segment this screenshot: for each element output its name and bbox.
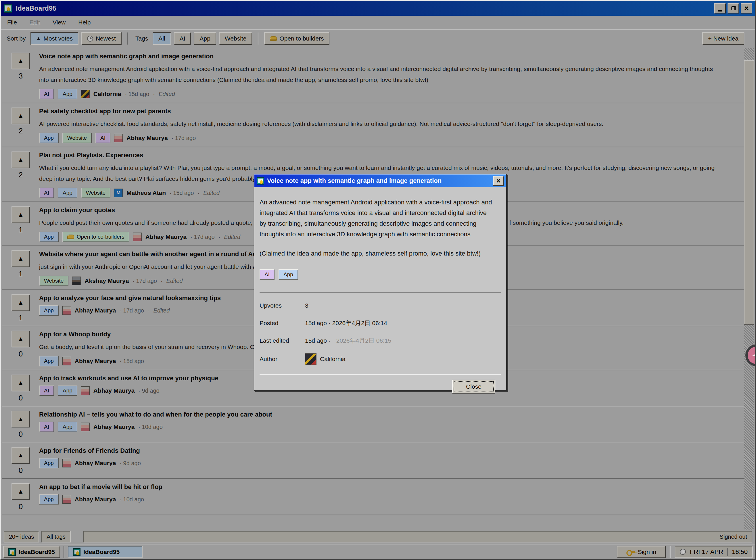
detail-value: 15d ago · 2026年4月2日 06:14	[305, 319, 387, 327]
app-lightbulb-icon	[257, 177, 264, 184]
dialog-claim-note: (Claimed the idea and made the app, sham…	[260, 250, 501, 257]
detail-label: Upvotes	[260, 302, 305, 309]
dialog-close-button[interactable]: ×	[493, 176, 504, 186]
detail-row-upvotes: Upvotes3	[260, 301, 501, 311]
tag-chip-label: AI	[264, 272, 270, 278]
detail-row-last-edited: Last edited15d ago ·2026年4月2日 06:15	[260, 336, 501, 345]
sparkle-icon	[752, 351, 756, 359]
dialog-body: An advanced note management Android appl…	[254, 197, 506, 394]
detail-row-author: AuthorCalifornia	[260, 353, 501, 365]
dialog-titlebar: Voice note app with semantic graph and i…	[254, 175, 506, 187]
dialog-close-action-button[interactable]: Close	[452, 380, 495, 394]
dialog-details: Upvotes3Posted15d ago · 2026年4月2日 06:14L…	[260, 301, 501, 365]
detail-label: Posted	[260, 320, 305, 326]
detail-value: California	[305, 353, 346, 365]
tag-chip-ai[interactable]: AI	[260, 269, 274, 280]
dialog-tags: AIApp	[260, 269, 501, 280]
avatar-california	[305, 353, 316, 365]
dialog-divider	[260, 292, 501, 293]
detail-value-text: 15d ago ·	[305, 337, 331, 344]
detail-value: 15d ago ·2026年4月2日 06:15	[305, 337, 391, 345]
dialog-description: An advanced note management Android appl…	[260, 197, 492, 239]
tag-chip-app[interactable]: App	[279, 269, 298, 280]
ideaboard95-window: IdeaBoard95 × FileEditViewHelp Sort by ▲…	[0, 0, 756, 560]
detail-label: Author	[260, 356, 305, 362]
detail-value-muted: 2026年4月2日 06:15	[336, 337, 391, 345]
detail-row-posted: Posted15d ago · 2026年4月2日 06:14	[260, 318, 501, 328]
close-icon: ×	[496, 177, 500, 185]
tag-chip-label: App	[283, 272, 293, 278]
dialog-title: Voice note app with semantic graph and i…	[267, 177, 493, 184]
detail-author-name: California	[320, 356, 346, 362]
idea-detail-dialog: Voice note app with semantic graph and i…	[254, 174, 507, 391]
dialog-footer: Close	[260, 375, 501, 394]
detail-label: Last edited	[260, 337, 305, 344]
detail-value: 3	[305, 302, 308, 309]
